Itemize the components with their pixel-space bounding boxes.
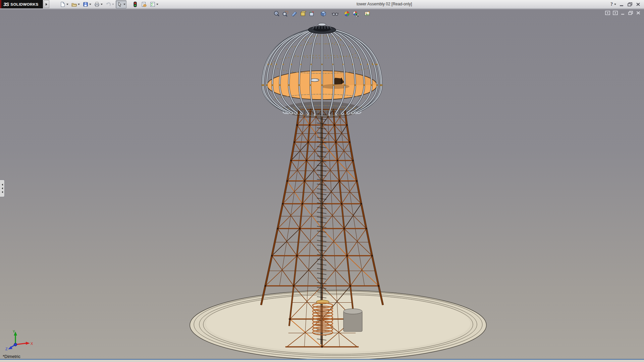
print-dropdown-arrow[interactable] [101,4,103,5]
options-icon [150,1,156,7]
ds-logo-mark: 3S [3,1,9,7]
menu-flyout-button[interactable] [44,0,49,8]
next-window-button[interactable] [613,11,618,15]
expand-panel-arrow-icon [2,184,3,186]
view-orientation-label: *Dimetric [3,354,20,359]
save-icon [83,1,89,7]
reference-triad: Y X Z [4,329,35,351]
apply-scene-icon [352,10,359,17]
zoom-to-area-icon [282,10,289,17]
options-dropdown-arrow[interactable] [156,4,158,5]
display-style-button[interactable] [307,10,316,18]
new-document-icon [60,1,66,7]
undo-button[interactable] [104,0,115,8]
tower-assembly-3d-model [0,9,644,360]
restore-icon [627,2,633,7]
save-dropdown-arrow[interactable] [89,4,91,5]
print-button[interactable] [93,0,104,8]
feature-manager-collapsed-tab[interactable] [0,180,5,197]
headsup-view-toolbar [272,10,372,18]
triad-y-label: Y [13,330,15,334]
window-edge-accent [0,0,1,8]
select-dropdown-arrow[interactable] [123,4,125,5]
minimize-button[interactable] [619,2,624,7]
edit-appearance-button[interactable] [342,10,351,18]
undo-icon [105,1,111,7]
section-view-icon [291,10,298,17]
triad-z-label: Z [5,347,8,351]
save-button[interactable] [82,0,92,8]
next-window-icon [613,11,618,15]
minimize-icon [619,2,624,7]
rebuild-button[interactable] [131,0,139,8]
select-button[interactable] [116,0,126,8]
flyout-arrow-icon [46,3,47,6]
titlebar: 3S SOLIDWORKS [0,0,644,9]
close-icon [636,2,641,7]
apply-scene-button[interactable] [351,10,360,18]
rebuild-traffic-light-icon [132,1,138,7]
view-settings-icon [364,10,371,17]
expand-panel-arrow-icon [2,187,3,189]
help-icon: ? [610,2,613,7]
undo-dropdown-arrow[interactable] [112,4,114,5]
solidworks-logo-text: SOLIDWORKS [10,2,38,6]
window-title: tower Assembly 02 [Read-only] [357,2,412,6]
appearance-sphere-icon [343,10,350,17]
solidworks-logo: 3S SOLIDWORKS [0,0,43,8]
restore-document-button[interactable] [628,11,633,15]
select-cursor-icon [117,1,123,7]
display-style-icon [308,10,315,17]
file-properties-button[interactable] [140,0,148,8]
section-view-button[interactable] [290,10,299,18]
close-document-icon [636,11,641,15]
open-icon [71,1,77,7]
restore-button[interactable] [627,2,633,7]
previous-window-button[interactable] [605,11,610,15]
graphics-area[interactable]: Y X Z *Dimetric [0,9,644,360]
print-icon [94,1,100,7]
close-button[interactable] [636,2,641,7]
open-dropdown-arrow[interactable] [78,4,80,5]
restore-document-icon [628,11,633,15]
hide-show-items-button[interactable] [331,10,339,18]
expand-panel-arrow-icon [2,191,3,193]
standard-toolbar [59,0,159,8]
zoom-to-area-button[interactable] [281,10,290,18]
shaded-with-edges-button[interactable] [319,10,328,18]
zoom-to-fit-button[interactable] [272,10,281,18]
view-orientation-icon [300,10,306,17]
statusbar [0,359,644,362]
shaded-cube-icon [320,10,327,17]
new-button[interactable] [59,0,69,8]
close-document-button[interactable] [636,11,641,15]
zoom-to-fit-icon [273,10,280,17]
help-button[interactable]: ? [610,2,616,7]
minimize-document-button[interactable] [621,11,625,15]
triad-x-label: X [31,342,33,346]
previous-window-icon [605,11,610,15]
document-window-controls [605,11,641,15]
file-properties-icon [141,1,147,7]
help-dropdown-arrow [614,4,616,5]
view-orientation-button[interactable] [299,10,307,18]
eyeglasses-icon [331,10,339,17]
options-button[interactable] [149,0,159,8]
minimize-document-icon [621,11,625,15]
new-dropdown-arrow[interactable] [66,4,68,5]
view-settings-button[interactable] [363,10,372,18]
window-controls: ? [610,0,641,8]
open-button[interactable] [70,0,81,8]
